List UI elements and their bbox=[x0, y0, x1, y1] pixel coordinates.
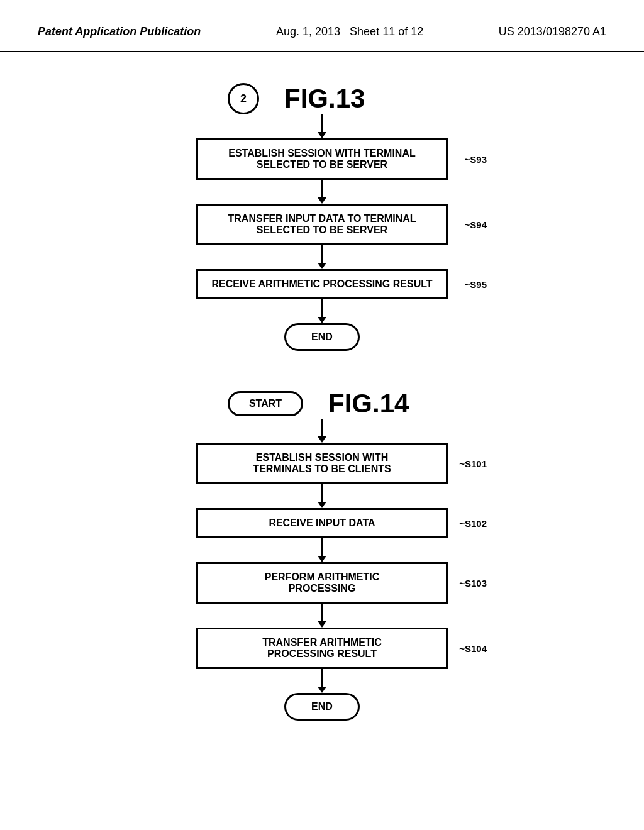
step-s94-text: TRANSFER INPUT DATA TO TERMINALSELECTED … bbox=[228, 213, 416, 235]
step-s104-box: TRANSFER ARITHMETICPROCESSING RESULT ~S1… bbox=[196, 628, 448, 669]
step-s93-row: ESTABLISH SESSION WITH TERMINALSELECTED … bbox=[38, 138, 606, 180]
fig13-diagram: 2 FIG.13 ESTABLISH SESSION WITH TERMINAL… bbox=[38, 83, 606, 351]
fig14-diagram: START FIG.14 ESTABLISH SESSION WITHTERMI… bbox=[38, 389, 606, 721]
step-s95-box: RECEIVE ARITHMETIC PROCESSING RESULT ~S9… bbox=[196, 269, 448, 299]
arrow-connector-to-s93 bbox=[321, 114, 323, 133]
page: Patent Application Publication Aug. 1, 2… bbox=[0, 0, 644, 830]
end-row-fig13: END bbox=[38, 323, 606, 351]
arrow-s104-to-end bbox=[321, 669, 323, 688]
step-s104-text: TRANSFER ARITHMETICPROCESSING RESULT bbox=[262, 637, 382, 659]
start-label-fig14: START bbox=[249, 398, 282, 409]
step-s101-label: ~S101 bbox=[459, 458, 487, 469]
step-s101-text: ESTABLISH SESSION WITHTERMINALS TO BE CL… bbox=[253, 452, 391, 474]
arrow-s103-to-s104 bbox=[321, 604, 323, 622]
step-s93-label: ~S93 bbox=[465, 154, 487, 165]
step-s93-box: ESTABLISH SESSION WITH TERMINALSELECTED … bbox=[196, 138, 448, 180]
step-s102-label: ~S102 bbox=[459, 518, 487, 529]
step-s101-row: ESTABLISH SESSION WITHTERMINALS TO BE CL… bbox=[38, 443, 606, 484]
step-s103-row: PERFORM ARITHMETICPROCESSING ~S103 bbox=[38, 562, 606, 604]
connector-2: 2 bbox=[228, 83, 259, 114]
patent-number: US 2013/0198270 A1 bbox=[499, 25, 606, 38]
end-row-fig14: END bbox=[38, 693, 606, 721]
main-content: 2 FIG.13 ESTABLISH SESSION WITH TERMINAL… bbox=[0, 52, 644, 758]
end-label-fig13: END bbox=[311, 331, 333, 342]
step-s95-row: RECEIVE ARITHMETIC PROCESSING RESULT ~S9… bbox=[38, 269, 606, 299]
step-s103-box: PERFORM ARITHMETICPROCESSING ~S103 bbox=[196, 562, 448, 604]
step-s104-row: TRANSFER ARITHMETICPROCESSING RESULT ~S1… bbox=[38, 628, 606, 669]
end-terminal-fig14: END bbox=[284, 693, 360, 721]
step-s93-text: ESTABLISH SESSION WITH TERMINALSELECTED … bbox=[228, 148, 415, 170]
end-label-fig14: END bbox=[311, 701, 333, 712]
step-s103-text: PERFORM ARITHMETICPROCESSING bbox=[265, 572, 380, 594]
publication-label: Patent Application Publication bbox=[38, 25, 201, 38]
step-s94-label: ~S94 bbox=[465, 219, 487, 230]
date-text: Aug. 1, 2013 bbox=[276, 25, 340, 38]
page-header: Patent Application Publication Aug. 1, 2… bbox=[0, 0, 644, 52]
step-s94-row: TRANSFER INPUT DATA TO TERMINALSELECTED … bbox=[38, 204, 606, 245]
arrow-s94-to-s95 bbox=[321, 245, 323, 264]
step-s101-box: ESTABLISH SESSION WITHTERMINALS TO BE CL… bbox=[196, 443, 448, 484]
step-s103-label: ~S103 bbox=[459, 578, 487, 589]
fig13-label: FIG.13 bbox=[284, 84, 365, 114]
sheet-text: Sheet 11 of 12 bbox=[350, 25, 423, 38]
connector-2-number: 2 bbox=[240, 92, 247, 106]
arrow-start-to-s101 bbox=[321, 419, 323, 438]
end-terminal-fig13: END bbox=[284, 323, 360, 351]
step-s102-box: RECEIVE INPUT DATA ~S102 bbox=[196, 508, 448, 538]
arrow-s95-to-end bbox=[321, 299, 323, 318]
start-capsule-fig14: START bbox=[228, 391, 303, 416]
step-s95-text: RECEIVE ARITHMETIC PROCESSING RESULT bbox=[211, 279, 432, 289]
step-s104-label: ~S104 bbox=[459, 643, 487, 654]
fig14-label: FIG.14 bbox=[328, 389, 409, 419]
step-s94-box: TRANSFER INPUT DATA TO TERMINALSELECTED … bbox=[196, 204, 448, 245]
arrow-s101-to-s102 bbox=[321, 484, 323, 503]
step-s95-label: ~S95 bbox=[465, 279, 487, 290]
step-s102-row: RECEIVE INPUT DATA ~S102 bbox=[38, 508, 606, 538]
arrow-s102-to-s103 bbox=[321, 538, 323, 557]
step-s102-text: RECEIVE INPUT DATA bbox=[269, 517, 375, 528]
arrow-s93-to-s94 bbox=[321, 180, 323, 199]
publication-date: Aug. 1, 2013 Sheet 11 of 12 bbox=[276, 25, 423, 38]
